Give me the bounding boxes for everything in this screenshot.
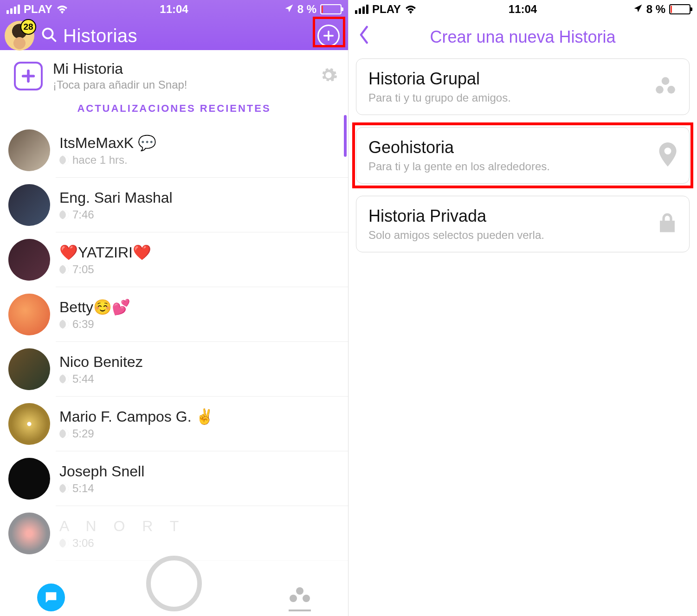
battery-icon [669,4,691,14]
svg-point-3 [290,595,297,602]
svg-point-5 [662,77,670,85]
svg-point-4 [303,595,310,602]
signal-icon [355,5,368,14]
story-time: 5:29 [72,427,94,440]
moon-icon [59,265,69,274]
option-title: Historia Privada [368,206,544,226]
moon-icon [59,210,69,219]
option-geo-story[interactable]: Geohistoria Para ti y la gente en los al… [356,127,690,184]
svg-point-2 [296,587,303,595]
story-avatar[interactable] [8,458,50,500]
stories-screen: PLAY 11:04 8 % 28 Historias [0,0,348,616]
battery-icon [320,4,342,14]
status-bar: PLAY 11:04 8 % [348,0,697,19]
story-avatar[interactable] [8,513,50,554]
wifi-icon [405,5,417,14]
story-avatar[interactable] [8,184,50,226]
story-row[interactable]: ItsMeMaxK 💬 hace 1 hrs. [0,123,348,178]
svg-line-1 [52,37,56,41]
moon-icon [59,484,69,493]
story-avatar[interactable] [8,348,50,390]
page-title: Crear una nueva Historia [430,27,615,47]
story-type-list: Historia Grupal Para ti y tu grupo de am… [348,56,697,267]
story-list[interactable]: ItsMeMaxK 💬 hace 1 hrs. Eng. Sari Mashal… [0,123,348,561]
lock-icon [658,212,677,236]
story-time: hace 1 hrs. [72,154,128,167]
story-time: 5:44 [72,372,94,385]
story-row[interactable]: Joseph Snell 5:14 [0,451,348,506]
story-row[interactable]: ❤️YATZIRI❤️ 7:05 [0,232,348,287]
story-name: Mario F. Campos G. ✌️ [59,408,214,425]
location-icon [284,3,294,16]
moon-icon [59,374,69,384]
story-name: Betty☺️💕 [59,298,130,316]
story-avatar[interactable] [8,239,50,281]
back-button[interactable] [358,26,371,49]
create-story-screen: PLAY 11:04 8 % Crear una nueva Historia [348,0,697,616]
story-time: 6:39 [72,318,94,331]
my-story-row[interactable]: Mi Historia ¡Toca para añadir un Snap! [0,50,348,101]
camera-button[interactable] [146,556,202,611]
option-private-story[interactable]: Historia Privada Solo amigos selectos pu… [356,196,690,252]
story-avatar[interactable] [8,294,50,335]
story-time: 7:05 [72,263,94,276]
avatar-badge-count: 28 [20,19,36,35]
section-header: ACTUALIZACIONES RECIENTES [0,101,348,123]
bottom-nav [0,556,348,616]
story-row[interactable]: A N O R T 3:06 [0,506,348,561]
page-title: Historias [63,26,137,46]
option-subtitle: Para ti y la gente en los alrededores. [368,160,550,173]
chat-tab[interactable] [37,584,65,611]
story-name: Joseph Snell [59,463,144,480]
story-avatar[interactable] [8,403,50,445]
status-time: 11:04 [160,3,188,16]
option-subtitle: Para ti y tu grupo de amigos. [368,91,511,104]
my-story-title: Mi Historia [53,60,187,77]
header: PLAY 11:04 8 % 28 Historias [0,0,348,50]
discover-tab[interactable] [289,586,311,611]
option-group-story[interactable]: Historia Grupal Para ti y tu grupo de am… [356,58,690,115]
story-name: Nico Benitez [59,353,143,371]
story-time: 7:46 [72,208,94,221]
add-snap-icon [14,62,43,90]
option-title: Geohistoria [368,138,550,157]
scrollbar-thumb[interactable] [344,115,347,157]
story-avatar[interactable] [8,129,50,171]
carrier-label: PLAY [24,3,52,16]
story-row[interactable]: Mario F. Campos G. ✌️ 5:29 [0,397,348,451]
wifi-icon [56,5,68,14]
status-time: 11:04 [509,3,537,16]
story-time: 5:14 [72,482,94,495]
svg-point-7 [667,86,675,94]
battery-pct: 8 % [646,3,665,16]
story-name: Eng. Sari Mashal [59,189,173,206]
group-icon [654,76,677,98]
moon-icon [59,155,69,165]
moon-icon [59,320,69,329]
add-story-button[interactable] [317,25,340,47]
story-name: ItsMeMaxK 💬 [59,134,156,152]
option-title: Historia Grupal [368,69,511,89]
location-icon [633,3,643,16]
profile-avatar[interactable]: 28 [5,21,34,51]
search-icon[interactable] [41,26,58,45]
moon-icon [59,539,69,548]
story-time: 3:06 [72,537,94,550]
story-row[interactable]: Eng. Sari Mashal 7:46 [0,178,348,232]
story-name: A N O R T [59,518,185,535]
battery-pct: 8 % [297,3,316,16]
status-bar: PLAY 11:04 8 % [0,0,348,19]
story-row[interactable]: Betty☺️💕 6:39 [0,287,348,342]
gear-icon[interactable] [319,66,338,86]
moon-icon [59,429,69,438]
my-story-subtitle: ¡Toca para añadir un Snap! [53,78,187,91]
story-name: ❤️YATZIRI❤️ [59,244,151,261]
svg-point-6 [656,86,664,94]
pin-icon [658,142,677,168]
option-subtitle: Solo amigos selectos pueden verla. [368,229,544,242]
carrier-label: PLAY [372,3,401,16]
signal-icon [6,5,20,14]
story-row[interactable]: Nico Benitez 5:44 [0,342,348,397]
